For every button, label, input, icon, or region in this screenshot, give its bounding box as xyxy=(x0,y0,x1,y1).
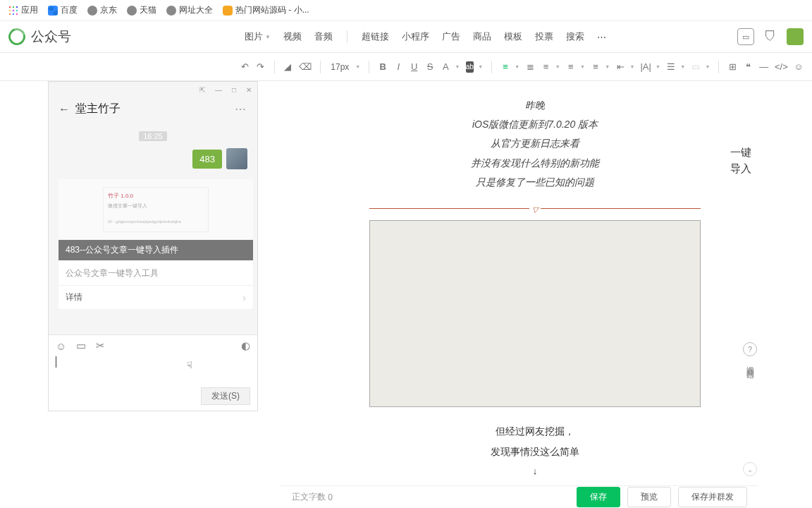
hr-icon[interactable]: — xyxy=(759,59,769,75)
folder-icon[interactable]: ▭ xyxy=(76,339,86,352)
undo-icon[interactable]: ↶ xyxy=(240,59,250,75)
close-icon[interactable]: ✕ xyxy=(246,86,252,94)
editor-content-area[interactable]: 昨晚 iOS版微信更新到7.0.20 版本 从官方更新日志来看 并没有发现什么特… xyxy=(258,81,812,508)
help-icon[interactable]: ? xyxy=(743,342,757,356)
emoji-icon[interactable]: ☺ xyxy=(56,340,66,352)
emoji-icon[interactable]: ☺ xyxy=(794,59,804,75)
menu-template[interactable]: 模板 xyxy=(504,30,522,43)
globe-icon xyxy=(166,6,176,16)
shield-icon[interactable]: ⛉ xyxy=(764,30,777,44)
save-button[interactable]: 保存 xyxy=(577,487,620,507)
save-publish-button[interactable]: 保存并群发 xyxy=(678,487,747,507)
align-justify-icon[interactable]: ≣ xyxy=(525,59,535,75)
history-icon[interactable]: ◐ xyxy=(241,339,250,352)
quote-icon[interactable]: ❝ xyxy=(743,59,753,75)
bookmark-baidu[interactable]: 🐾百度 xyxy=(48,4,78,16)
apps-icon xyxy=(8,6,18,16)
menu-product[interactable]: 商品 xyxy=(473,30,491,43)
bookmark-jd[interactable]: 京东 xyxy=(87,4,117,16)
format-toolbar: ↶ ↷ ◢ ⌫ 17px▼ B I U S A▼ ab▼ ≡▼ ≣ ≡▼ ≡▼ … xyxy=(0,53,812,81)
import-button[interactable]: 一键 导入 xyxy=(730,145,751,176)
shared-card[interactable]: 竹子 1.0.0 微信文章一键导入 ID - gbgesxayrnlwujepe… xyxy=(59,179,253,309)
help-rail: ? 遇到问题 xyxy=(743,342,757,366)
letter-spacing-icon[interactable]: |A| xyxy=(640,59,651,75)
header-actions: ▭ ⛉ xyxy=(737,28,804,45)
clear-format-icon[interactable]: ⌫ xyxy=(299,59,312,75)
editor-line: 发现事情没这么简单 xyxy=(338,443,732,462)
app-header: 公众号 图片▼ 视频 音频 超链接 小程序 广告 商品 模板 投票 搜索 ⋯ ▭… xyxy=(0,21,812,53)
maximize-icon[interactable]: □ xyxy=(232,86,236,94)
menu-search[interactable]: 搜索 xyxy=(566,30,584,43)
preview-button[interactable]: 预览 xyxy=(627,487,671,507)
app-title: 公众号 xyxy=(31,28,71,46)
bookmark-apps[interactable]: 应用 xyxy=(8,4,38,16)
menu-audio[interactable]: 音频 xyxy=(314,30,333,43)
chevron-down-icon: ▼ xyxy=(355,64,360,69)
editor-line: 从官方更新日志来看 xyxy=(338,135,732,152)
chat-input[interactable] xyxy=(49,356,257,385)
redo-icon[interactable]: ↷ xyxy=(255,59,265,75)
arrow-down-icon: ↓ xyxy=(338,463,732,480)
app-logo[interactable]: 公众号 xyxy=(8,28,245,46)
image-placeholder[interactable] xyxy=(369,220,701,407)
card-subtitle: 公众号文章一键导入工具 xyxy=(59,260,253,285)
editor-wrap: 昨晚 iOS版微信更新到7.0.20 版本 从官方更新日志来看 并没有发现什么特… xyxy=(258,81,812,508)
menu-video[interactable]: 视频 xyxy=(283,30,302,43)
indent-left-icon[interactable]: ⇤ xyxy=(615,59,625,75)
menu-miniprogram[interactable]: 小程序 xyxy=(402,30,429,43)
menu-image[interactable]: 图片▼ xyxy=(245,30,271,43)
phone-preview-icon[interactable]: ▭ xyxy=(737,28,754,45)
bold-icon[interactable]: B xyxy=(378,59,388,75)
underline-icon[interactable]: U xyxy=(410,59,419,75)
bookmark-source[interactable]: 热门网站源码 - 小... xyxy=(223,4,309,16)
bookmark-label: 应用 xyxy=(21,4,38,16)
menu-ad[interactable]: 广告 xyxy=(442,30,460,43)
editor-line: 但经过网友挖掘， xyxy=(338,423,732,442)
list-icon[interactable]: ☰ xyxy=(666,59,676,75)
chat-more-icon[interactable]: ⋯ xyxy=(235,102,247,116)
send-button[interactable]: 发送(S) xyxy=(201,387,250,405)
editor-footer: 正文字数 0 保存 预览 保存并群发 xyxy=(281,485,758,508)
section-divider xyxy=(369,208,701,209)
avatar[interactable] xyxy=(226,148,247,169)
spacing-icon[interactable]: ≡ xyxy=(591,59,601,75)
bookmark-label: 网址大全 xyxy=(179,4,213,16)
chevron-right-icon: › xyxy=(242,292,246,303)
help-label[interactable]: 遇到问题 xyxy=(745,361,756,366)
app-badge-icon[interactable] xyxy=(787,28,804,45)
table-icon[interactable]: ⊞ xyxy=(727,59,737,75)
collapse-toggle[interactable]: ⌄ xyxy=(743,462,757,476)
format-painter-icon[interactable]: ◢ xyxy=(283,59,293,75)
align-left-icon[interactable]: ≡ xyxy=(500,59,510,75)
baidu-icon: 🐾 xyxy=(48,6,58,16)
back-icon[interactable]: ← xyxy=(59,103,70,116)
indent-icon[interactable]: ≡ xyxy=(541,59,550,75)
menu-bar: 图片▼ 视频 音频 超链接 小程序 广告 商品 模板 投票 搜索 ⋯ xyxy=(245,30,737,43)
bg-color-icon[interactable]: ▭ xyxy=(691,59,701,75)
italic-icon[interactable]: I xyxy=(393,59,403,75)
message-bubble[interactable]: 483 xyxy=(192,150,222,169)
bookmark-tmall[interactable]: 天猫 xyxy=(127,4,156,16)
highlight-icon[interactable]: ab xyxy=(466,61,474,73)
code-icon[interactable]: </> xyxy=(775,59,788,75)
line-height-icon[interactable]: ≡ xyxy=(566,59,576,75)
font-size-select[interactable]: 17px xyxy=(328,62,351,72)
chevron-down-icon: ▼ xyxy=(265,34,271,40)
chat-input-area: ☺ ▭ ✂ ◐ 发送(S) xyxy=(49,334,257,411)
chat-contact-name: 堂主竹子 xyxy=(75,102,121,116)
strike-icon[interactable]: S xyxy=(425,59,435,75)
bookmark-label: 天猫 xyxy=(140,4,156,16)
minimize-icon[interactable]: — xyxy=(215,86,222,94)
menu-link[interactable]: 超链接 xyxy=(362,30,389,43)
chat-window: ⇱ — □ ✕ ← 堂主竹子 ⋯ 16:25 483 竹子 1.0.0 微信 xyxy=(48,81,258,411)
pin-icon[interactable]: ⇱ xyxy=(199,86,205,94)
bookmark-label: 京东 xyxy=(100,4,117,16)
bookmark-label: 热门网站源码 - 小... xyxy=(235,4,309,16)
scissors-icon[interactable]: ✂ xyxy=(96,339,105,352)
text-color-icon[interactable]: A xyxy=(441,59,450,75)
bookmark-sites[interactable]: 网址大全 xyxy=(166,4,213,16)
menu-more-icon[interactable]: ⋯ xyxy=(597,32,608,42)
card-detail-label: 详情 xyxy=(66,291,82,303)
menu-vote[interactable]: 投票 xyxy=(535,30,553,43)
card-detail-row[interactable]: 详情 › xyxy=(59,285,253,309)
